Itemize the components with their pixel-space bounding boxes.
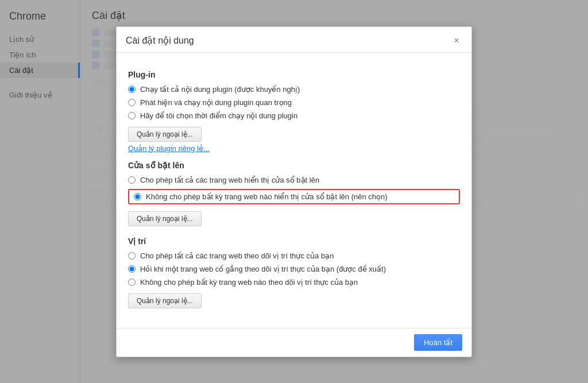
content-settings-dialog: Cài đặt nội dung × Plug-in Chạy tất cả n… — [116, 26, 472, 357]
location-block-radio[interactable] — [128, 278, 136, 286]
location-ask-radio[interactable] — [128, 265, 136, 273]
plugin-options: Chạy tất cả nội dung plugin (được khuyến… — [128, 85, 460, 120]
location-manage-exceptions-button[interactable]: Quản lý ngoại lệ... — [128, 293, 202, 308]
location-section-title: Vị trí — [128, 237, 460, 246]
popup-manage-exceptions-button[interactable]: Quản lý ngoại lệ... — [128, 211, 202, 226]
dialog-title: Cài đặt nội dung — [126, 35, 194, 46]
plugin-manage-exceptions-button[interactable]: Quản lý ngoại lệ... — [128, 127, 202, 142]
plugin-section-title: Plug-in — [128, 70, 460, 79]
dialog-header: Cài đặt nội dung × — [117, 27, 471, 53]
plugin-run-all-label: Chạy tất cả nội dung plugin (được khuyến… — [140, 85, 300, 94]
plugin-ask-option[interactable]: Hãy để tôi chọn thời điểm chạy nội dung … — [128, 111, 460, 120]
popup-allow-radio[interactable] — [128, 176, 136, 184]
popup-block-label: Không cho phép bất kỳ trang web nào hiển… — [146, 192, 388, 201]
popup-allow-option[interactable]: Cho phép tất cả các trang web hiển thị c… — [128, 176, 460, 184]
plugin-ask-label: Hãy để tôi chọn thời điểm chạy nội dung … — [140, 111, 297, 120]
plugin-detect-radio[interactable] — [128, 99, 136, 106]
dialog-footer: Hoàn tất — [117, 328, 471, 357]
plugin-run-all-radio[interactable] — [128, 86, 136, 93]
popup-section-title: Cửa sổ bật lên — [128, 161, 460, 170]
location-ask-label: Hỏi khi một trang web cố gắng theo dõi v… — [140, 265, 386, 273]
location-options: Cho phép tất cả các trang web theo dõi v… — [128, 252, 460, 287]
location-ask-option[interactable]: Hỏi khi một trang web cố gắng theo dõi v… — [128, 265, 460, 273]
done-button[interactable]: Hoàn tất — [414, 334, 462, 351]
location-block-option[interactable]: Không cho phép bất kỳ trang web nào theo… — [128, 278, 460, 287]
plugin-detect-label: Phát hiện và chạy nội dung plugin quan t… — [140, 98, 292, 107]
plugin-ask-radio[interactable] — [128, 112, 136, 119]
modal-overlay: Cài đặt nội dung × Plug-in Chạy tất cả n… — [0, 0, 588, 383]
dialog-body: Plug-in Chạy tất cả nội dung plugin (đượ… — [117, 53, 471, 328]
location-section: Vị trí Cho phép tất cả các trang web the… — [128, 237, 460, 311]
plugin-manage-individual-link[interactable]: Quản lý plugin riêng lẻ... — [128, 144, 210, 153]
plugin-run-all-option[interactable]: Chạy tất cả nội dung plugin (được khuyến… — [128, 85, 460, 94]
plugin-section: Plug-in Chạy tất cả nội dung plugin (đượ… — [128, 70, 460, 153]
popup-options: Cho phép tất cả các trang web hiển thị c… — [128, 176, 460, 204]
plugin-detect-option[interactable]: Phát hiện và chạy nội dung plugin quan t… — [128, 98, 460, 107]
popup-block-radio[interactable] — [134, 193, 141, 200]
location-allow-label: Cho phép tất cả các trang web theo dõi v… — [140, 252, 334, 260]
location-block-label: Không cho phép bất kỳ trang web nào theo… — [140, 278, 358, 287]
close-button[interactable]: × — [451, 35, 462, 47]
popup-allow-label: Cho phép tất cả các trang web hiển thị c… — [140, 176, 319, 184]
popup-section: Cửa sổ bật lên Cho phép tất cả các trang… — [128, 161, 460, 229]
location-allow-radio[interactable] — [128, 252, 136, 260]
popup-block-option-highlighted[interactable]: Không cho phép bất kỳ trang web nào hiển… — [128, 189, 460, 204]
location-allow-option[interactable]: Cho phép tất cả các trang web theo dõi v… — [128, 252, 460, 260]
